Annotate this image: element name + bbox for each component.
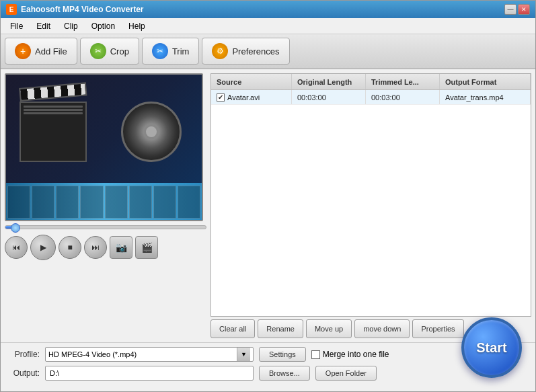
add-file-label: Add File xyxy=(35,46,67,56)
col-header-output: Output Format xyxy=(440,74,531,89)
film-frame xyxy=(80,186,103,219)
film-reel xyxy=(121,102,182,162)
output-row: Output: Browse... Open Folder xyxy=(6,366,463,381)
screenshot-button[interactable]: 📷 xyxy=(110,236,132,259)
profile-value: HD MPEG-4 Video (*.mp4) xyxy=(48,350,137,358)
preview-panel: ⏮ ▶ ■ ⏭ 📷 🎬 xyxy=(5,73,206,338)
main-window: E Eahoosoft MP4 Video Converter — ✕ File… xyxy=(0,0,536,392)
play-button[interactable]: ▶ xyxy=(30,235,56,260)
preferences-label: Preferences xyxy=(232,46,279,56)
trim-label: Trim xyxy=(172,46,190,56)
menu-bar: File Edit Clip Option Help xyxy=(1,18,535,34)
window-title: Eahoosoft MP4 Video Converter xyxy=(21,5,143,14)
toolbar: + Add File ✂ Crop ✂ Trim ⚙ Preferences xyxy=(1,34,535,69)
menu-clip[interactable]: Clip xyxy=(57,20,85,32)
output-input[interactable] xyxy=(45,366,254,381)
open-folder-button[interactable]: Open Folder xyxy=(315,366,377,381)
film-strip xyxy=(6,183,202,220)
crop-button[interactable]: ✂ Crop xyxy=(80,38,139,65)
output-label: Output: xyxy=(6,368,40,378)
row-checkbox[interactable]: ✔ xyxy=(217,93,225,102)
fast-forward-button[interactable]: ⏭ xyxy=(84,236,107,259)
crop-icon: ✂ xyxy=(90,43,106,59)
clear-all-button[interactable]: Clear all xyxy=(210,319,255,338)
preferences-button[interactable]: ⚙ Preferences xyxy=(202,38,289,65)
move-up-button[interactable]: Move up xyxy=(306,319,352,338)
film-frame xyxy=(153,186,176,219)
file-table: Source Original Length Trimmed Le... Out… xyxy=(210,73,531,317)
trim-icon: ✂ xyxy=(152,43,168,59)
bottom-left: Profile: HD MPEG-4 Video (*.mp4) ▼ Setti… xyxy=(6,347,463,381)
menu-file[interactable]: File xyxy=(3,20,30,32)
minimize-button[interactable]: — xyxy=(504,4,516,15)
merge-checkbox[interactable] xyxy=(311,350,320,359)
properties-button[interactable]: Properties xyxy=(412,319,463,338)
start-button[interactable]: Start xyxy=(461,317,522,378)
film-frame xyxy=(56,186,79,219)
film-frame xyxy=(129,186,152,219)
clapboard-line xyxy=(24,112,83,114)
menu-edit[interactable]: Edit xyxy=(30,20,57,32)
menu-help[interactable]: Help xyxy=(122,20,152,32)
clapboard xyxy=(20,88,87,162)
merge-label: Merge into one file xyxy=(323,350,389,359)
rewind-button[interactable]: ⏮ xyxy=(5,236,28,259)
bottom-controls-wrap: Profile: HD MPEG-4 Video (*.mp4) ▼ Setti… xyxy=(6,347,530,387)
cell-output-format: Avatar_trans.mp4 xyxy=(440,90,531,104)
clapboard-line xyxy=(24,109,83,111)
select-arrow-icon: ▼ xyxy=(237,348,250,361)
film-frame xyxy=(178,186,200,219)
profile-select[interactable]: HD MPEG-4 Video (*.mp4) ▼ xyxy=(45,347,254,362)
app-icon: E xyxy=(6,4,17,15)
clapboard-top xyxy=(19,82,87,102)
merge-checkbox-row: Merge into one file xyxy=(311,350,389,359)
film-frame xyxy=(105,186,128,219)
browse-button[interactable]: Browse... xyxy=(259,366,310,381)
cell-trimmed-length: 00:03:00 xyxy=(366,90,440,104)
video-preview xyxy=(5,73,203,221)
rename-button[interactable]: Rename xyxy=(258,319,303,338)
source-filename: Avatar.avi xyxy=(227,93,260,102)
clapboard-line xyxy=(24,106,83,108)
menu-option[interactable]: Option xyxy=(85,20,122,32)
add-file-icon: + xyxy=(15,43,31,59)
file-list-panel: Source Original Length Trimmed Le... Out… xyxy=(210,73,531,338)
add-file-button[interactable]: + Add File xyxy=(5,38,77,65)
settings-button[interactable]: Settings xyxy=(259,347,306,362)
main-content: ⏮ ▶ ■ ⏭ 📷 🎬 Source Original Length Trimm… xyxy=(1,69,535,342)
reel-center xyxy=(145,125,158,139)
crop-label: Crop xyxy=(110,46,129,56)
video-settings-button[interactable]: 🎬 xyxy=(135,236,158,259)
profile-row: Profile: HD MPEG-4 Video (*.mp4) ▼ Setti… xyxy=(6,347,463,362)
clapboard-body xyxy=(20,102,87,162)
film-frame xyxy=(7,186,30,219)
col-header-original: Original Length xyxy=(292,74,366,89)
title-bar-left: E Eahoosoft MP4 Video Converter xyxy=(6,4,143,15)
stop-button[interactable]: ■ xyxy=(59,236,81,259)
title-controls: — ✕ xyxy=(504,4,530,15)
cell-source: ✔ Avatar.avi xyxy=(211,90,292,104)
preferences-icon: ⚙ xyxy=(212,43,228,59)
profile-label: Profile: xyxy=(6,350,40,359)
bottom-right: Start xyxy=(463,347,530,387)
table-header: Source Original Length Trimmed Le... Out… xyxy=(211,74,531,90)
progress-track[interactable] xyxy=(5,225,206,229)
move-down-button[interactable]: move down xyxy=(354,319,410,338)
trim-button[interactable]: ✂ Trim xyxy=(142,38,200,65)
progress-bar-container xyxy=(5,224,206,231)
title-bar: E Eahoosoft MP4 Video Converter — ✕ xyxy=(1,1,535,18)
bottom-panel: Profile: HD MPEG-4 Video (*.mp4) ▼ Setti… xyxy=(1,342,535,391)
table-row[interactable]: ✔ Avatar.avi 00:03:00 00:03:00 Avatar_tr… xyxy=(211,90,531,105)
col-header-trimmed: Trimmed Le... xyxy=(366,74,440,89)
close-button[interactable]: ✕ xyxy=(518,4,530,15)
player-controls: ⏮ ▶ ■ ⏭ 📷 🎬 xyxy=(5,233,206,262)
progress-thumb[interactable] xyxy=(11,223,20,233)
film-frame xyxy=(32,186,54,219)
col-header-source: Source xyxy=(211,74,292,89)
reel-circle xyxy=(121,102,182,162)
cell-original-length: 00:03:00 xyxy=(292,90,366,104)
